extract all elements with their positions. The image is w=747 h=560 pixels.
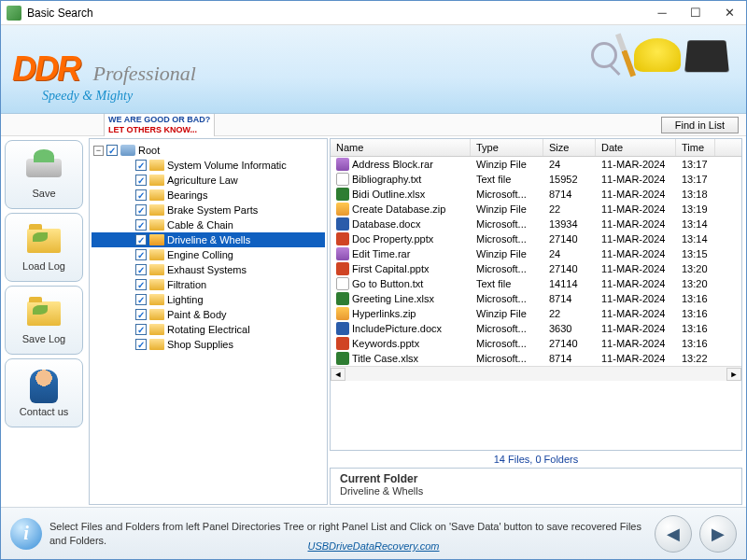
- file-name: Greeting Line.xlsx: [352, 293, 434, 304]
- file-row[interactable]: Greeting Line.xlsxMicrosoft...871411-MAR…: [331, 291, 741, 306]
- file-time: 13:17: [676, 173, 715, 186]
- checkbox[interactable]: [135, 234, 147, 245]
- feedback-banner[interactable]: WE ARE GOOD OR BAD? LET OTHERS KNOW...: [104, 113, 215, 137]
- file-row[interactable]: Hyperlinks.zipWinzip File2211-MAR-202413…: [331, 306, 741, 321]
- close-button[interactable]: ✕: [712, 3, 746, 23]
- scroll-right-icon[interactable]: ►: [726, 368, 741, 381]
- file-date: 11-MAR-2024: [596, 158, 676, 171]
- col-size[interactable]: Size: [543, 139, 596, 156]
- save-button[interactable]: Save: [5, 140, 83, 209]
- checkbox[interactable]: [135, 339, 147, 350]
- next-button[interactable]: ▶: [699, 515, 737, 553]
- file-name: Bibliography.txt: [352, 174, 421, 185]
- file-time: 13:14: [676, 232, 715, 245]
- file-row[interactable]: Create Database.zipWinzip File2211-MAR-2…: [331, 202, 741, 217]
- file-row[interactable]: IncludePicture.docxMicrosoft...363011-MA…: [331, 321, 741, 336]
- file-date: 11-MAR-2024: [596, 352, 676, 365]
- tree-item-label: Exhaust Systems: [167, 264, 247, 275]
- collapse-icon[interactable]: −: [93, 146, 104, 156]
- tree-item[interactable]: Filtration: [92, 277, 325, 292]
- app-window: Basic Search ─ ☐ ✕ DDR Professional Spee…: [0, 0, 747, 560]
- contact-us-button[interactable]: Contact us: [5, 358, 83, 427]
- minimize-button[interactable]: ─: [645, 3, 679, 23]
- file-time: 13:20: [676, 262, 715, 275]
- file-date: 11-MAR-2024: [596, 188, 676, 201]
- folder-icon: [149, 160, 164, 171]
- file-time: 13:16: [676, 337, 715, 350]
- folder-icon: [149, 219, 164, 231]
- scroll-left-icon[interactable]: ◄: [331, 368, 345, 381]
- file-name: IncludePicture.docx: [352, 323, 442, 334]
- checkbox[interactable]: [135, 219, 147, 231]
- checkbox[interactable]: [106, 145, 118, 156]
- file-list[interactable]: Name Type Size Date Time Address Block.r…: [330, 138, 742, 451]
- banner-art: [591, 33, 727, 77]
- col-type[interactable]: Type: [471, 139, 543, 156]
- file-row[interactable]: First Capital.pptxMicrosoft...2714011-MA…: [331, 261, 741, 276]
- file-name: Address Block.rar: [352, 159, 433, 170]
- file-time: 13:16: [676, 307, 715, 320]
- tree-item[interactable]: System Volume Informatic: [92, 158, 325, 173]
- load-log-button[interactable]: Load Log: [5, 213, 83, 282]
- notebook-icon: [684, 40, 729, 72]
- col-time[interactable]: Time: [676, 139, 715, 156]
- tree-pane[interactable]: − Root System Volume InformaticAgricultu…: [89, 138, 328, 505]
- checkbox[interactable]: [135, 264, 147, 275]
- tree-item[interactable]: Engine Colling: [92, 247, 325, 262]
- folder-icon: [149, 339, 164, 350]
- tree-root[interactable]: − Root: [92, 143, 325, 158]
- file-row[interactable]: Keywords.pptxMicrosoft...2714011-MAR-202…: [331, 336, 741, 351]
- file-date: 11-MAR-2024: [596, 203, 676, 216]
- file-row[interactable]: Title Case.xlsxMicrosoft...871411-MAR-20…: [331, 351, 741, 366]
- checkbox[interactable]: [135, 324, 147, 335]
- checkbox[interactable]: [135, 279, 147, 290]
- file-row[interactable]: Address Block.rarWinzip File2411-MAR-202…: [331, 157, 741, 172]
- file-date: 11-MAR-2024: [596, 217, 676, 231]
- current-folder-value: Driveline & Whells: [340, 485, 732, 497]
- tree-item[interactable]: Paint & Body: [92, 307, 325, 322]
- save-log-button[interactable]: Save Log: [5, 286, 83, 355]
- maximize-button[interactable]: ☐: [679, 3, 712, 23]
- tree-item[interactable]: Agriculture Law: [92, 173, 325, 188]
- back-button[interactable]: ◀: [655, 515, 692, 553]
- file-row[interactable]: Go to Button.txtText file1411411-MAR-202…: [331, 276, 741, 291]
- file-row[interactable]: Bidi Outline.xlsxMicrosoft...871411-MAR-…: [331, 187, 741, 202]
- col-name[interactable]: Name: [331, 139, 471, 156]
- file-pptx-icon: [336, 232, 349, 245]
- checkbox[interactable]: [135, 175, 147, 186]
- file-row[interactable]: Database.docxMicrosoft...1393411-MAR-202…: [331, 217, 741, 231]
- file-summary: 14 Files, 0 Folders: [330, 453, 742, 466]
- file-row[interactable]: Doc Property.pptxMicrosoft...2714011-MAR…: [331, 231, 741, 246]
- file-row[interactable]: Edit Time.rarWinzip File2411-MAR-202413:…: [331, 246, 741, 261]
- tree-item[interactable]: Rotating Electrical: [92, 322, 325, 337]
- checkbox[interactable]: [135, 189, 147, 201]
- file-time: 13:20: [676, 277, 715, 290]
- file-type: Text file: [471, 173, 543, 186]
- tree-item[interactable]: Shop Supplies: [92, 337, 325, 352]
- checkbox[interactable]: [135, 160, 147, 171]
- file-row[interactable]: Bibliography.txtText file1595211-MAR-202…: [331, 172, 741, 187]
- file-date: 11-MAR-2024: [596, 262, 676, 275]
- checkbox[interactable]: [135, 294, 147, 305]
- horizontal-scrollbar[interactable]: ◄ ►: [331, 366, 741, 381]
- file-size: 22: [543, 203, 596, 216]
- tree-item[interactable]: Exhaust Systems: [92, 262, 325, 277]
- tree-item[interactable]: Bearings: [92, 188, 325, 203]
- tree-item[interactable]: Lighting: [92, 292, 325, 307]
- tree-item[interactable]: Driveline & Whells: [92, 232, 325, 247]
- tree-item-label: Agriculture Law: [167, 175, 238, 186]
- drive-icon: [120, 145, 135, 156]
- folder-save-icon: [27, 301, 61, 326]
- col-date[interactable]: Date: [596, 139, 676, 156]
- folder-icon: [149, 204, 164, 216]
- checkbox[interactable]: [135, 249, 147, 260]
- footer-url[interactable]: USBDriveDataRecovery.com: [307, 540, 439, 552]
- banner: DDR Professional Speedy & Mighty: [1, 25, 746, 114]
- checkbox[interactable]: [135, 309, 147, 320]
- find-in-list-button[interactable]: Find in List: [661, 117, 739, 133]
- checkbox[interactable]: [135, 204, 147, 216]
- tree-item[interactable]: Brake System Parts: [92, 203, 325, 217]
- file-type: Microsoft...: [471, 217, 543, 231]
- current-folder-label: Current Folder: [340, 472, 732, 485]
- tree-item[interactable]: Cable & Chain: [92, 217, 325, 232]
